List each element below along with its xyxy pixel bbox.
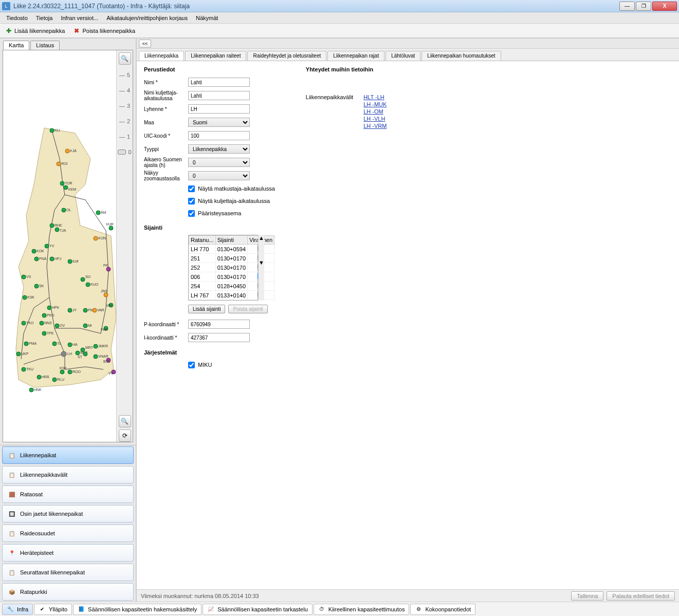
map-tools: 🔍 — 5 — 4 — 3 — 2 — 1 0 🔍 ⟳ [116, 50, 133, 442]
zoom-out-button[interactable]: 🔍 [119, 415, 131, 427]
select-zoom[interactable]: 0 [188, 171, 250, 180]
link-2[interactable]: LH -OM [363, 108, 387, 115]
del-liikennepaikka-button[interactable]: ✖ Poista liikennepaikka [71, 26, 137, 35]
zoom-slider[interactable]: — 5 — 4 — 3 — 2 — 1 0 [118, 67, 131, 413]
col-ratanu[interactable]: Ratanu... [189, 236, 216, 245]
input-pkoord[interactable] [188, 320, 250, 329]
col-sijainti[interactable]: Sijainti [215, 236, 247, 245]
link-1[interactable]: LH -MUK [363, 101, 387, 107]
nav-liikennepaikkavalit[interactable]: 📋Liikennepaikkavälit [2, 466, 134, 483]
svg-point-32 [106, 267, 111, 271]
input-ikoord[interactable] [188, 333, 250, 342]
input-nimi[interactable] [188, 78, 250, 87]
follow-icon: 📋 [8, 568, 16, 576]
svg-point-14 [50, 223, 54, 228]
svg-text:KSK: KSK [60, 366, 67, 370]
status-kiireellinen[interactable]: ⏱Kiireellinen kapasiteettimuutos [314, 604, 410, 615]
menu-tiedosto[interactable]: Tiedosto [2, 14, 32, 22]
plus-icon: ✚ [5, 27, 12, 34]
del-label: Poista liikennepaikka [82, 28, 135, 34]
status-kapasiteetti-tarkastelu[interactable]: 📈Säännöllisen kapasiteetin tarkastelu [203, 604, 313, 615]
svg-point-84 [94, 354, 98, 359]
add-liikennepaikka-button[interactable]: ✚ Lisää liikennepaikka [3, 26, 67, 35]
nav-osin-jaetut[interactable]: 🔲Osin jaetut liikennepaikat [2, 505, 134, 522]
nav-rataosat[interactable]: 🟫Rataosat [2, 486, 134, 503]
select-maa[interactable]: Suomi [188, 118, 250, 127]
tab-rajat[interactable]: Liikennepaikan rajat [327, 51, 384, 61]
collapse-left-button[interactable]: << [139, 40, 151, 48]
menu-nakymat[interactable]: Näkymät [192, 14, 222, 22]
svg-point-104 [29, 388, 33, 392]
app-icon: L [2, 2, 10, 10]
chk-paa[interactable] [188, 210, 195, 217]
status-yllapito[interactable]: ✔Ylläpito [34, 604, 72, 615]
tab-raideyhteydet[interactable]: Raideyhteydet ja oletusraiteet [247, 51, 326, 61]
nav-ratapurkki[interactable]: 📦Ratapurkki [2, 583, 134, 601]
tab-listaus[interactable]: Listaus [30, 41, 60, 50]
menu-infran-versiot[interactable]: Infran versiot... [57, 14, 102, 22]
tab-huomautukset[interactable]: Liikennepaikan huomautukset [421, 51, 501, 61]
close-button[interactable]: X [652, 2, 677, 11]
status-infra[interactable]: 🔧Infra [2, 604, 33, 615]
svg-text:HPK: HPK [52, 306, 60, 309]
svg-text:KEM: KEM [68, 188, 76, 191]
minimize-button[interactable]: — [619, 2, 635, 11]
chk-kuljettaja[interactable] [188, 198, 195, 204]
revert-button[interactable]: Palauta edelliset tiedot [607, 591, 675, 601]
chk-miku[interactable] [188, 362, 195, 368]
select-tyyppi[interactable]: Liikennepaikka [188, 144, 250, 154]
link-4[interactable]: LH -VRM [363, 123, 387, 129]
input-nimi-kulj[interactable] [188, 91, 250, 100]
zoom-in-button[interactable]: 🔍 [119, 52, 131, 65]
input-uic[interactable] [188, 131, 250, 140]
svg-point-82 [76, 351, 80, 355]
svg-text:MRT: MRT [85, 346, 94, 349]
svg-point-62 [55, 324, 59, 328]
tab-kartta[interactable]: Kartta [3, 41, 29, 50]
sijainti-table[interactable]: Ratanu... Sijainti Virallinen LH 7700130… [188, 235, 258, 301]
add-sijainti-button[interactable]: Lisää sijainti [188, 305, 225, 313]
map-area[interactable]: KLI KJÄ ROI TOR KEM OL ÄM RHE TJA VUR KO… [3, 50, 116, 442]
svg-point-36 [81, 277, 85, 282]
nav-raideosuudet[interactable]: 📋Raideosuudet [2, 525, 134, 542]
link-0[interactable]: HLT -LH [363, 94, 387, 100]
refresh-map-button[interactable]: ⟳ [119, 430, 131, 442]
nav-seurattavat[interactable]: 📋Seurattavat liikennepaikat [2, 564, 134, 581]
input-lyhenne[interactable] [188, 104, 250, 114]
status-kokoonpano[interactable]: ⚙Kokoonpanotiedot [410, 604, 475, 615]
infra-icon: 🔧 [7, 606, 14, 613]
select-aikaero[interactable]: 0 [188, 158, 250, 167]
maximize-button[interactable]: ❐ [636, 2, 651, 11]
svg-point-52 [68, 308, 72, 312]
chk-matkustaja[interactable] [188, 185, 195, 192]
link-3[interactable]: LH -VLH [363, 116, 387, 122]
doc-icon: 📘 [78, 606, 85, 613]
save-button[interactable]: Tallenna [571, 591, 603, 601]
delete-icon: ✖ [73, 27, 80, 34]
menu-aikataulujen-korjaus[interactable]: Aikataulujen/reittipohjien korjaus [102, 14, 192, 22]
split-icon: 🔲 [8, 510, 16, 518]
toolbar: ✚ Lisää liikennepaikka ✖ Poista liikenne… [0, 24, 679, 38]
menu-tietoja[interactable]: Tietoja [32, 14, 57, 22]
tab-lahtoluvat[interactable]: Lähtöluvat [386, 51, 420, 61]
del-sijainti-button[interactable]: Poista sijainti [228, 305, 267, 313]
archive-icon: 📦 [8, 588, 16, 596]
status-kapasiteetti-hakemus[interactable]: 📘Säännöllisen kapasiteetin hakemuskäsitt… [73, 604, 201, 615]
label-aikaero: Aikaero Suomen ajasta (h) [144, 157, 188, 168]
svg-text:JY: JY [72, 308, 77, 312]
svg-text:TKU: TKU [26, 367, 33, 371]
nav-heratepisteet[interactable]: 📍Herätepisteet [2, 544, 134, 562]
station-kli: KLI [50, 128, 60, 133]
svg-text:KLI: KLI [54, 128, 60, 132]
svg-text:VNAR: VNAR [98, 354, 108, 358]
svg-text:PK: PK [103, 264, 108, 267]
tab-liikennepaikka[interactable]: Liikennepaikka [139, 51, 184, 61]
svg-point-4 [57, 162, 61, 166]
svg-text:PAR: PAR [101, 328, 108, 331]
table-scrollbar[interactable]: ▲▼ [258, 235, 264, 301]
tab-raiteet[interactable]: Liikennepaikan raiteet [185, 51, 246, 61]
nav-liikennepaikat[interactable]: 📋Liikennepaikat [2, 446, 134, 464]
svg-point-44 [104, 293, 108, 297]
svg-point-90 [81, 348, 85, 352]
svg-text:OL: OL [66, 208, 71, 212]
